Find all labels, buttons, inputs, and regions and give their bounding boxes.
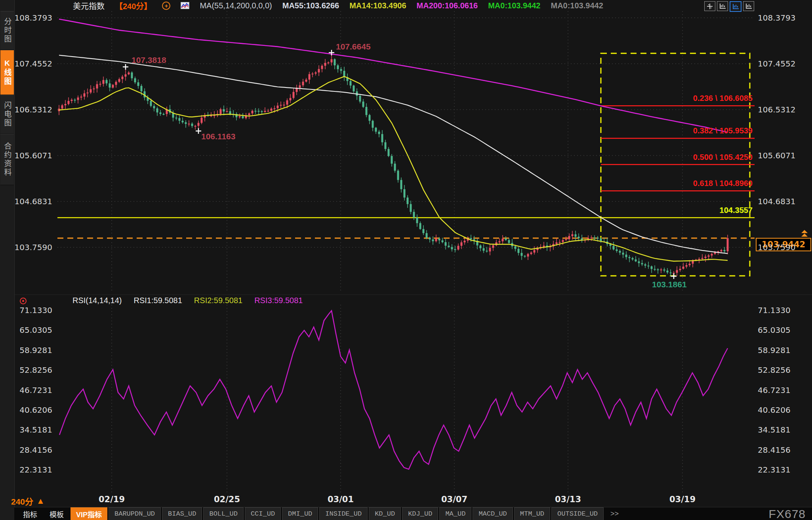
footer-tab-10[interactable]: KD_UD — [369, 507, 401, 520]
candle-body — [451, 247, 453, 249]
candle-body — [660, 269, 662, 270]
rsi-value: RSI2:59.5081 — [194, 296, 242, 305]
circle-plus-icon[interactable]: + — [162, 2, 170, 10]
footer-tab-11[interactable]: KDJ_UD — [402, 507, 438, 520]
y-axis-label-left: 104.6831 — [0, 197, 52, 206]
candle-body — [705, 257, 707, 258]
candle-body — [413, 212, 415, 217]
candle-body — [657, 269, 659, 270]
candle-body — [191, 123, 193, 126]
candle-body — [438, 239, 440, 241]
candle-body — [286, 101, 288, 105]
chart-axes-blue-icon[interactable] — [730, 1, 741, 12]
price-annotation: 106.1163 — [201, 132, 235, 141]
candle-body — [714, 252, 716, 254]
candle-body — [442, 240, 444, 242]
candle-body — [575, 234, 577, 237]
candle-body — [711, 254, 713, 256]
footer-tab-12[interactable]: MA_UD — [439, 507, 471, 520]
footer-tab-8[interactable]: DMI_UD — [282, 507, 318, 520]
candle-body — [309, 74, 311, 80]
candle-body — [229, 111, 231, 114]
candle-body — [68, 101, 70, 104]
footer-tab-1[interactable]: 指标 — [17, 507, 43, 520]
fib-level-label: 0.618 \ 104.8960 — [693, 179, 753, 188]
candle-body — [619, 251, 621, 252]
rsi-axis-label-right: 34.5181 — [758, 425, 791, 435]
footer-timeframe[interactable]: 240分 ▲ — [11, 495, 45, 507]
y-axis-label-left: 106.5312 — [0, 105, 52, 114]
y-axis-label-right: 105.6071 — [758, 151, 795, 160]
candle-body — [530, 252, 532, 254]
price-up-arrow-icon — [801, 230, 808, 233]
rsi-value: RSI1:59.5081 — [134, 296, 182, 305]
candle-body — [378, 132, 380, 134]
sidebar-item-3[interactable]: 闪电图 — [0, 95, 14, 134]
candle-body — [350, 81, 352, 85]
chart-canvas — [0, 0, 812, 520]
footer-tab-2[interactable]: 模板 — [44, 507, 69, 520]
candle-body — [394, 164, 396, 171]
candle-body — [457, 246, 459, 249]
candle-body — [188, 123, 190, 124]
mini-chart-icon[interactable] — [181, 2, 189, 9]
candle-body — [524, 256, 526, 256]
candle-body — [591, 237, 593, 238]
candle-body — [242, 116, 244, 118]
candle-body — [280, 105, 282, 106]
ma-line-ma55 — [59, 55, 728, 254]
chart-axes-icon[interactable] — [717, 1, 728, 11]
panel-divider — [15, 294, 812, 295]
candle-body — [337, 65, 339, 69]
footer-tab-5[interactable]: BIAS_UD — [162, 507, 202, 520]
footer-tab-9[interactable]: INSIDE_UD — [319, 507, 368, 520]
candle-body — [499, 241, 501, 243]
price-up-arrow-icon — [801, 233, 808, 237]
rsi-axis-label-left: 28.4156 — [0, 445, 52, 455]
candle-body — [385, 142, 387, 149]
candle-body — [505, 239, 507, 240]
y-axis-label-right: 108.3793 — [758, 13, 795, 23]
candle-body — [486, 251, 488, 252]
candle-body — [565, 239, 567, 240]
candle-body — [448, 246, 450, 247]
fib-level-label: 0.382 \ 105.9539 — [693, 126, 753, 135]
candle-body — [679, 269, 681, 270]
candle-body — [112, 85, 114, 87]
candle-body — [290, 98, 292, 101]
candle-body — [515, 246, 517, 249]
candle-body — [283, 104, 285, 105]
chart-shift-icon[interactable] — [743, 1, 754, 11]
candle-body — [299, 85, 301, 88]
candle-body — [182, 121, 184, 122]
candle-body — [255, 111, 257, 112]
rsi-axis-label-left: 46.7231 — [0, 385, 52, 395]
candle-body — [686, 265, 688, 266]
indicator-tabbar: 指标模板VIP指标BARUPDN_UDBIAS_UDBOLL_UDCCI_UDD… — [14, 507, 812, 520]
candle-body — [175, 118, 177, 118]
rsi-target-icon[interactable] — [20, 298, 27, 304]
footer-tab-4[interactable]: BARUPDN_UD — [109, 507, 161, 520]
candle-body — [578, 237, 580, 238]
candle-body — [381, 134, 383, 142]
footer-tab-14[interactable]: MTM_UD — [514, 507, 550, 520]
pan-cross-icon[interactable] — [704, 1, 715, 11]
candle-body — [388, 149, 390, 156]
footer-tab-13[interactable]: MACD_UD — [473, 507, 513, 520]
rsi-axis-label-left: 34.5181 — [0, 425, 52, 435]
footer-tab-16[interactable]: >> — [605, 507, 624, 520]
footer-tab-7[interactable]: CCI_UD — [245, 507, 281, 520]
footer-tab-15[interactable]: OUTSIDE_UD — [551, 507, 604, 520]
candle-body — [375, 128, 377, 132]
sidebar-item-2[interactable]: K线图 — [0, 50, 14, 95]
candle-body — [331, 59, 333, 63]
candle-body — [527, 254, 529, 257]
ma-value: MA55:103.6266 — [282, 1, 339, 10]
candle-body — [701, 258, 703, 259]
candle-body — [267, 111, 269, 112]
candle-body — [293, 92, 295, 98]
candle-body — [274, 108, 276, 109]
footer-tab-6[interactable]: BOLL_UD — [203, 507, 243, 520]
candle-body — [410, 204, 412, 212]
footer-tab-3[interactable]: VIP指标 — [71, 507, 107, 520]
